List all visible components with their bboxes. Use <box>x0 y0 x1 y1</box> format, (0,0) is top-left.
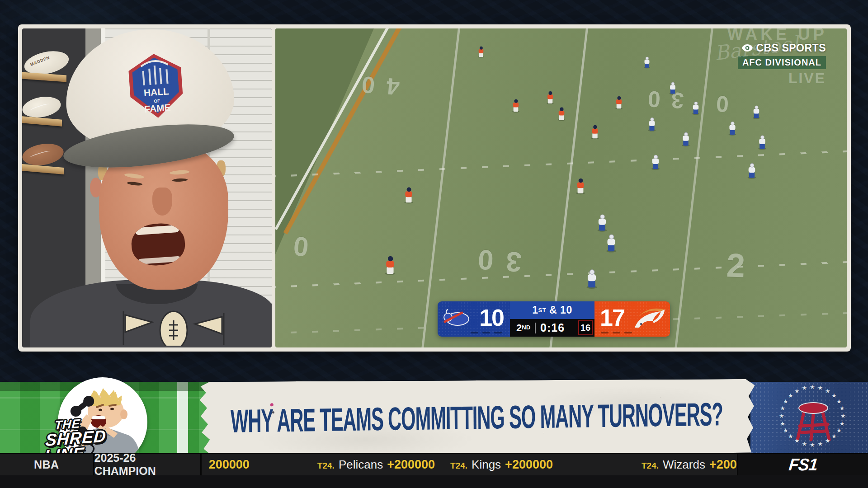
bills-player <box>758 135 766 149</box>
score-bug-away-panel: 10 <box>438 301 510 337</box>
broadcast-screen: MADDEN <box>0 0 868 488</box>
star-icon: ★ <box>780 420 785 427</box>
field-number: 0 <box>716 91 729 117</box>
broncos-player <box>404 188 413 203</box>
host-figure: HALL OF FAME <box>22 28 272 347</box>
star-icon: ★ <box>794 437 800 444</box>
broncos-player <box>547 91 554 104</box>
entry-team: Pelicans <box>339 458 383 472</box>
channel-bug: FS1 <box>737 454 868 475</box>
game-video-panel: 403000302 WAKE UP Barstool CBS SPORTS AF… <box>275 28 847 347</box>
bills-player <box>606 235 616 252</box>
bottom-strip <box>0 475 868 488</box>
ticker-entry: T24.Kings+200000 <box>450 458 553 472</box>
bills-player <box>692 102 699 114</box>
bills-player <box>753 106 760 119</box>
entry-odds: +200 <box>709 458 737 472</box>
score-bug-center-panel: 1ST & 10 2ND 0:16 16 <box>510 301 594 337</box>
field-number: 30 <box>637 85 685 113</box>
lower-third-banner: ★★★★★★★★★★★★★★★★★★★★★★★★ WHY ARE TEAMS C… <box>0 382 868 453</box>
odds-ticker: NBA 2025-26 CHAMPION 200000 T24.Pelicans… <box>0 453 868 475</box>
banner-barstool-section: ★★★★★★★★★★★★★★★★★★★★★★★★ <box>750 382 868 453</box>
star-icon: ★ <box>783 398 788 405</box>
broncos-player <box>478 47 484 57</box>
star-icon: ★ <box>780 405 785 412</box>
watermark-live: LIVE <box>681 70 826 87</box>
entry-tier: T24. <box>317 461 335 471</box>
away-timeouts <box>471 332 502 333</box>
yard-line <box>674 28 714 347</box>
watermark-barstool-script: Barstool <box>713 32 800 65</box>
game-clock: 0:16 <box>540 321 565 334</box>
star-icon: ★ <box>840 413 846 419</box>
ticker-market: 2025-26 CHAMPION <box>94 454 202 475</box>
score-bug: 10 1ST & 10 2ND 0:16 16 17 <box>438 301 670 337</box>
entry-tier: T24. <box>642 461 659 471</box>
star-icon: ★ <box>836 398 842 405</box>
field-number: 30 <box>464 243 523 279</box>
headline-paper: WHY ARE TEAMS COMMITTING SO MANY TURNOVE… <box>198 379 755 455</box>
entry-tier: T24. <box>450 461 467 471</box>
quarter: 2ND <box>516 322 530 334</box>
bills-player <box>648 117 656 131</box>
ticker-entry: T24.Wizards+200 <box>642 458 737 472</box>
hash-marks-row <box>275 147 847 178</box>
clock-row: 2ND 0:16 16 <box>510 319 594 337</box>
fs1-logo: FS1 <box>788 455 819 474</box>
bills-player <box>729 122 736 135</box>
star-icon: ★ <box>825 388 830 394</box>
broncos-player <box>512 99 519 112</box>
star-icon: ★ <box>810 441 815 448</box>
score-bug-home-panel: 17 <box>594 301 670 337</box>
shirt-graphic <box>117 307 230 347</box>
star-icon: ★ <box>810 384 815 390</box>
bills-player <box>587 269 597 288</box>
bills-player <box>598 215 607 231</box>
star-icon: ★ <box>840 420 845 427</box>
cbs-eye-icon <box>742 42 753 54</box>
watermark-wakeup: WAKE UP <box>680 28 827 44</box>
hall-of-fame-logo: HALL OF FAME <box>122 50 190 123</box>
down-and-distance: 1ST & 10 <box>510 301 594 319</box>
star-icon: ★ <box>818 385 823 391</box>
ticker-league: NBA <box>0 454 94 475</box>
broncos-player <box>576 178 585 194</box>
ticker-entry: T24.Pelicans+200000 <box>317 458 435 472</box>
webcam-panel: MADDEN <box>22 28 272 347</box>
bills-player <box>644 57 650 68</box>
field-number: 40 <box>349 70 401 101</box>
star-icon: ★ <box>836 427 842 434</box>
clock-divider <box>535 323 536 333</box>
star-icon: ★ <box>779 413 784 419</box>
yard-line <box>420 28 461 347</box>
star-icon: ★ <box>802 385 807 391</box>
broncos-player <box>385 256 396 274</box>
field-number: 0 <box>292 230 310 263</box>
event-badge: AFC DIVISIONAL <box>738 56 826 69</box>
home-timeouts <box>601 332 632 333</box>
bills-player <box>669 82 676 94</box>
field-number: 2 <box>726 246 746 285</box>
watermark-block: WAKE UP Barstool CBS SPORTS AFC DIVISION… <box>681 28 826 87</box>
broncos-player <box>558 108 565 121</box>
star-icon: ★ <box>831 433 837 440</box>
away-score: 10 <box>479 304 504 331</box>
entry-team: Wizards <box>663 458 705 472</box>
star-icon: ★ <box>818 441 823 447</box>
hof-text-hall: HALL <box>143 86 170 98</box>
bills-logo-icon <box>442 309 470 330</box>
home-score: 17 <box>600 304 624 331</box>
broncos-logo-icon <box>633 308 666 331</box>
star-icon: ★ <box>802 441 807 447</box>
star-icon: ★ <box>840 405 845 412</box>
entry-odds: +200000 <box>505 458 553 472</box>
star-icon: ★ <box>794 388 800 394</box>
bills-player <box>748 163 756 178</box>
video-frame: MADDEN <box>18 24 851 352</box>
star-icon: ★ <box>788 392 793 399</box>
play-clock: 16 <box>578 320 593 335</box>
network-name: CBS SPORTS <box>756 42 826 54</box>
ticker-lead-value: 200000 <box>209 458 250 472</box>
barstool-sports-logo: ★★★★★★★★★★★★★★★★★★★★★★★★ <box>777 383 849 453</box>
headline-text: WHY ARE TEAMS COMMITTING SO MANY TURNOVE… <box>230 395 722 440</box>
